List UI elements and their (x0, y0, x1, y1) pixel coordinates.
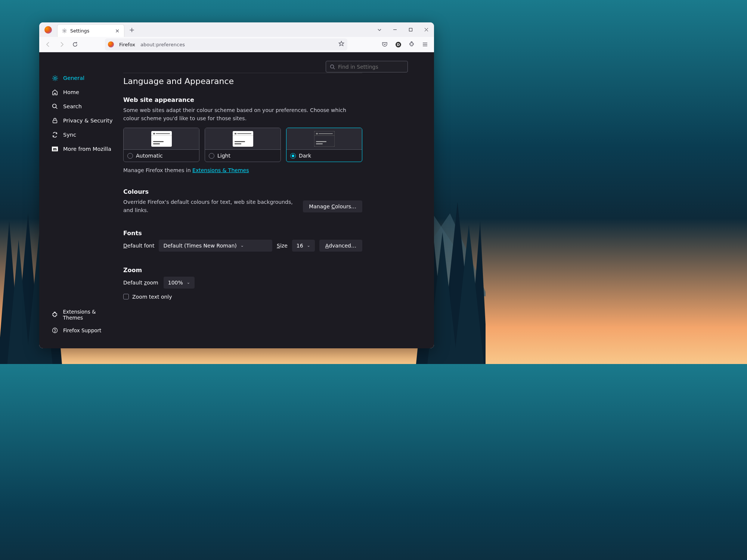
sidebar-item-general[interactable]: General (39, 71, 123, 85)
svg-point-32 (55, 332, 55, 332)
reload-button[interactable] (69, 38, 81, 50)
urlbar[interactable]: Firefox about:preferences (105, 38, 347, 50)
home-icon (51, 88, 59, 96)
sidebar-item-mozilla[interactable]: m More from Mozilla (39, 142, 123, 156)
radio-icon (209, 153, 214, 159)
svg-point-33 (331, 65, 334, 68)
bookmark-star-icon[interactable] (338, 41, 344, 48)
font-size-select[interactable]: 16⌄ (292, 240, 315, 252)
sidebar-item-sync[interactable]: Sync (39, 128, 123, 142)
account-icon[interactable]: D (392, 38, 404, 50)
svg-text:D: D (397, 42, 400, 46)
minimize-button[interactable] (387, 22, 403, 37)
forward-button[interactable] (56, 38, 68, 50)
fonts-title: Fonts (123, 230, 362, 237)
menu-icon[interactable] (419, 38, 431, 50)
colours-desc: Override Firefox's default colours for t… (123, 198, 297, 214)
svg-rect-39 (153, 141, 164, 142)
chevron-down-icon: ⌄ (241, 243, 244, 248)
radio-icon (127, 153, 133, 159)
url-text: about:preferences (140, 42, 335, 47)
appearance-title: Web site appearance (123, 96, 362, 103)
svg-rect-40 (153, 143, 160, 144)
tab-strip: Settings ✕ + (39, 22, 374, 37)
option-label: Automatic (136, 153, 163, 159)
svg-rect-45 (235, 141, 245, 142)
appearance-options: Automatic Light Dark (123, 128, 362, 162)
appearance-option-automatic[interactable]: Automatic (123, 128, 199, 162)
content: General Home Search Privacy & Security S… (39, 52, 434, 348)
svg-marker-8 (7, 240, 30, 364)
back-button[interactable] (42, 38, 54, 50)
zoom-text-only-checkbox[interactable]: Zoom text only (123, 294, 362, 300)
svg-rect-42 (235, 133, 236, 134)
svg-text:m: m (53, 147, 57, 151)
colours-title: Colours (123, 188, 362, 195)
preview-automatic (124, 128, 199, 150)
chevron-down-icon: ⌄ (187, 280, 190, 285)
firefox-icon (44, 26, 52, 34)
mozilla-icon: m (51, 145, 59, 153)
svg-rect-36 (153, 133, 155, 134)
sidebar-item-label: Sync (63, 132, 76, 138)
identity-label: Firefox (117, 41, 137, 48)
appearance-option-dark[interactable]: Dark (286, 128, 362, 162)
extensions-icon[interactable] (406, 38, 418, 50)
checkbox-icon (123, 294, 129, 299)
pocket-icon[interactable] (379, 38, 391, 50)
titlebar: Settings ✕ + (39, 22, 434, 37)
main: Language and Appearance Web site appeara… (123, 52, 434, 348)
sidebar-item-extensions[interactable]: Extensions & Themes (39, 306, 123, 324)
appearance-desc: Some web sites adapt their colour scheme… (123, 106, 362, 122)
advanced-fonts-button[interactable]: Advanced… (319, 240, 362, 252)
sidebar-item-home[interactable]: Home (39, 85, 123, 99)
svg-rect-27 (53, 120, 57, 123)
svg-point-25 (53, 104, 56, 108)
window-controls (387, 22, 434, 37)
svg-rect-48 (316, 133, 318, 134)
close-button[interactable] (418, 22, 434, 37)
sidebar-item-label: Search (63, 103, 82, 109)
svg-line-26 (56, 108, 58, 109)
manage-colours-button[interactable]: Manage Colours… (303, 200, 362, 212)
sidebar-item-support[interactable]: Firefox Support (39, 324, 123, 337)
svg-rect-14 (409, 28, 412, 31)
new-tab-button[interactable]: + (127, 25, 137, 35)
sidebar-item-label: Home (63, 89, 79, 95)
sync-icon (51, 131, 59, 139)
preview-dark (286, 128, 362, 150)
svg-point-24 (54, 77, 56, 79)
tab-settings[interactable]: Settings ✕ (57, 24, 124, 37)
svg-line-34 (334, 68, 335, 69)
lock-icon (51, 117, 59, 124)
browser-window: Settings ✕ + Firefox about:preferences D… (39, 22, 434, 348)
svg-rect-37 (156, 133, 170, 134)
svg-rect-51 (316, 141, 326, 142)
chevron-down-icon: ⌄ (307, 243, 310, 248)
maximize-button[interactable] (403, 22, 418, 37)
size-label: Size (277, 243, 288, 249)
default-font-label: Default font (123, 243, 154, 249)
default-zoom-label: Default zoom (123, 280, 158, 286)
default-zoom-select[interactable]: 100%⌄ (164, 277, 195, 289)
extensions-themes-link[interactable]: Extensions & Themes (192, 167, 249, 173)
sidebar: General Home Search Privacy & Security S… (39, 52, 123, 348)
close-icon[interactable]: ✕ (114, 28, 120, 34)
sidebar-item-search[interactable]: Search (39, 99, 123, 113)
zoom-title: Zoom (123, 267, 362, 274)
sidebar-item-privacy[interactable]: Privacy & Security (39, 113, 123, 128)
option-label: Light (217, 153, 230, 159)
search-icon (51, 103, 59, 110)
themes-link-line: Manage Firefox themes in Extensions & Th… (123, 167, 362, 173)
tab-list-button[interactable] (374, 28, 385, 32)
svg-marker-17 (339, 41, 344, 46)
svg-marker-2 (0, 221, 21, 364)
default-font-select[interactable]: Default (Times New Roman)⌄ (159, 240, 272, 252)
search-settings-input[interactable] (326, 61, 408, 72)
svg-marker-7 (469, 221, 486, 364)
search-field[interactable] (338, 64, 404, 70)
svg-marker-11 (454, 225, 484, 364)
svg-marker-3 (15, 214, 41, 364)
svg-rect-52 (316, 143, 323, 144)
appearance-option-light[interactable]: Light (205, 128, 281, 162)
